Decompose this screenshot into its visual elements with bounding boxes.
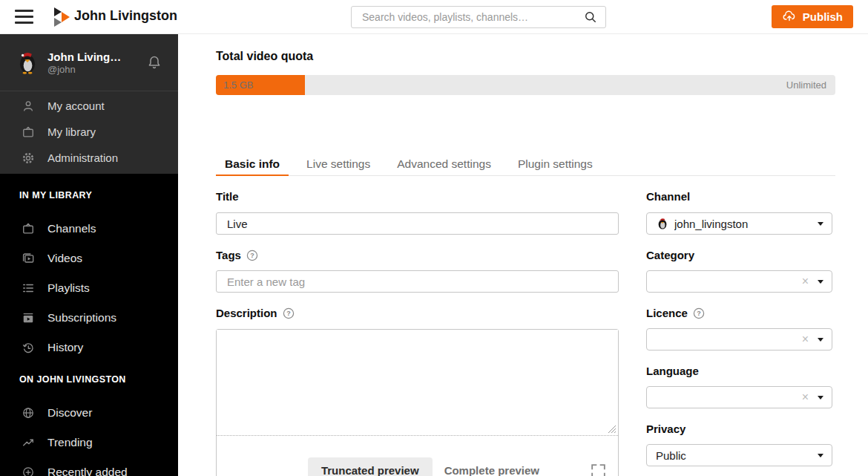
- licence-label: Licence ?: [646, 307, 705, 319]
- sidebar-item-videos[interactable]: Videos: [0, 244, 178, 273]
- sidebar-item-history[interactable]: History: [0, 333, 178, 362]
- quota-limit-label: Unlimited: [786, 75, 826, 95]
- description-preview-controls: Truncated preview Complete preview: [217, 457, 618, 476]
- tags-input[interactable]: [216, 270, 619, 293]
- search-input[interactable]: [362, 11, 583, 23]
- tv-icon: [21, 221, 36, 236]
- plus-circle-icon: [21, 465, 36, 476]
- svg-text:?: ?: [250, 252, 254, 259]
- svg-text:?: ?: [286, 310, 291, 317]
- subscriptions-icon: [21, 310, 36, 325]
- maximize-icon: [589, 462, 608, 476]
- chevron-down-icon: [818, 338, 823, 342]
- licence-label-text: Licence: [646, 307, 688, 319]
- user-handle: @john: [47, 64, 145, 75]
- sidebar-item-label: Subscriptions: [47, 311, 116, 325]
- settings-tabs: Basic info Live settings Advanced settin…: [216, 156, 835, 176]
- sidebar-item-my-account[interactable]: My account: [0, 93, 178, 119]
- clear-icon[interactable]: ×: [802, 333, 809, 345]
- category-label-text: Category: [646, 249, 694, 261]
- sidebar-item-label: Discover: [47, 406, 92, 420]
- sidebar-item-discover[interactable]: Discover: [0, 398, 178, 428]
- trending-icon: [21, 435, 36, 450]
- sidebar: John Livingston @john My account: [0, 34, 178, 476]
- privacy-label-text: Privacy: [646, 423, 685, 435]
- clear-icon[interactable]: ×: [802, 276, 809, 287]
- sidebar-item-label: Channels: [47, 222, 96, 235]
- quota-title: Total video quota: [216, 50, 313, 63]
- sidebar-item-label: Playlists: [47, 281, 90, 295]
- sidebar-item-label: History: [47, 341, 83, 354]
- tab-live-settings[interactable]: Live settings: [297, 156, 379, 176]
- sidebar-item-label: Administration: [47, 151, 118, 164]
- language-label-text: Language: [646, 365, 699, 377]
- category-label: Category: [646, 249, 694, 261]
- notifications-bell-icon[interactable]: [145, 53, 163, 71]
- help-icon[interactable]: ?: [693, 307, 705, 319]
- publish-button[interactable]: Publish: [772, 5, 853, 28]
- tab-basic-info[interactable]: Basic info: [216, 156, 289, 176]
- tab-plugin-settings[interactable]: Plugin settings: [509, 156, 602, 176]
- sidebar-item-label: My account: [47, 100, 105, 112]
- resize-grip[interactable]: [608, 425, 617, 434]
- chevron-down-icon: [818, 396, 823, 400]
- section-header-instance: ON JOHN LIVINGSTON: [19, 374, 178, 385]
- tags-label-text: Tags: [216, 249, 241, 261]
- tags-label: Tags ?: [216, 249, 258, 261]
- playlist-icon: [21, 281, 36, 296]
- title-input[interactable]: [216, 212, 619, 235]
- upload-cloud-icon: [782, 10, 797, 25]
- title-label-text: Title: [216, 190, 239, 203]
- quota-progressbar: 1.5 GB Unlimited: [216, 75, 835, 95]
- quota-used-label: 1.5 GB: [216, 79, 253, 91]
- user-menu[interactable]: John Livingston @john: [0, 34, 178, 91]
- privacy-select[interactable]: Public: [646, 444, 832, 466]
- chevron-down-icon: [818, 222, 823, 226]
- sidebar-item-subscriptions[interactable]: Subscriptions: [0, 303, 178, 333]
- help-icon[interactable]: ?: [246, 250, 258, 261]
- sidebar-item-my-library[interactable]: My library: [0, 119, 178, 145]
- globe-icon: [21, 405, 36, 420]
- language-label: Language: [646, 365, 699, 377]
- description-label: Description ?: [216, 307, 295, 319]
- sidebar-item-playlists[interactable]: Playlists: [0, 273, 178, 303]
- sidebar-item-administration[interactable]: Administration: [0, 145, 178, 171]
- history-clock-icon: [21, 340, 36, 355]
- tab-advanced-settings[interactable]: Advanced settings: [388, 156, 500, 176]
- peertube-live-edit-page: John Livingston Publish: [0, 0, 868, 476]
- sidebar-item-trending[interactable]: Trending: [0, 428, 178, 457]
- search-icon[interactable]: [583, 10, 598, 25]
- channel-select[interactable]: john_livingston: [646, 212, 832, 235]
- sidebar-item-recently-added[interactable]: Recently added: [0, 457, 178, 476]
- sidebar-item-channels[interactable]: Channels: [0, 214, 178, 244]
- sidebar-item-label: Recently added: [47, 466, 128, 476]
- category-select[interactable]: ×: [646, 270, 832, 293]
- complete-preview-button[interactable]: Complete preview: [444, 457, 539, 476]
- licence-select[interactable]: ×: [646, 328, 832, 351]
- peertube-logo-icon[interactable]: [53, 7, 70, 27]
- gear-icon: [21, 151, 36, 166]
- title-label: Title: [216, 190, 239, 203]
- instance-title: John Livingston: [74, 8, 177, 24]
- publish-label: Publish: [803, 10, 843, 23]
- menu-toggle-icon[interactable]: [15, 10, 33, 24]
- channel-value: john_livingston: [674, 218, 748, 230]
- sidebar-item-label: Trending: [47, 436, 93, 449]
- help-icon[interactable]: ?: [283, 307, 295, 319]
- videos-icon: [21, 251, 36, 266]
- quota-fill: 1.5 GB: [216, 75, 305, 95]
- user-name: John Livingston: [47, 50, 125, 63]
- truncated-preview-button[interactable]: Truncated preview: [308, 457, 433, 476]
- sidebar-item-label: My library: [47, 125, 96, 138]
- svg-text:?: ?: [697, 310, 701, 317]
- instance-nav: Discover Trending Recently added: [0, 398, 178, 476]
- maximize-editor-button[interactable]: [589, 462, 608, 476]
- user-info: John Livingston @john: [47, 50, 145, 75]
- user-avatar: [15, 50, 40, 75]
- language-select[interactable]: ×: [646, 386, 832, 408]
- description-label-text: Description: [216, 307, 277, 319]
- description-editor: Truncated preview Complete preview: [216, 329, 619, 476]
- description-textarea[interactable]: [217, 330, 618, 435]
- privacy-value: Public: [656, 449, 686, 462]
- clear-icon[interactable]: ×: [802, 391, 809, 403]
